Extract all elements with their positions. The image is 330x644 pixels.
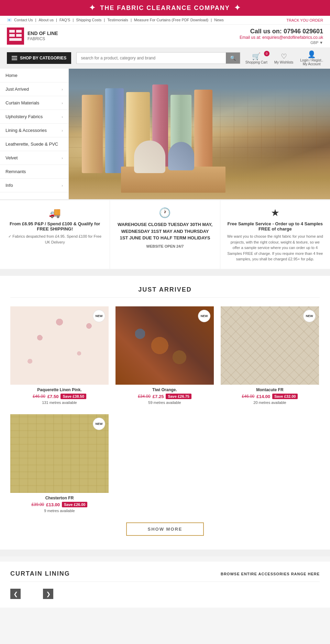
- sidebar-item-home[interactable]: Home: [0, 69, 68, 82]
- contact-info: Call us on: 07946 029601 Email us at: en…: [240, 28, 323, 45]
- strip-title-shipping: From £6.95 P&P / Spend £100 & Qualify fo…: [7, 221, 103, 231]
- price-save-2: Save £32.00: [272, 394, 298, 399]
- price-sale-2: £14.00: [256, 394, 270, 399]
- sidebar-item-just-arrived[interactable]: Just Arrived ›: [0, 82, 68, 96]
- sidebar-item-info[interactable]: Info ›: [0, 179, 68, 192]
- logo-icon: [7, 27, 24, 45]
- browse-accessories-link[interactable]: BROWSE ENTIRE ACCESSORIES RANGE HERE: [221, 572, 320, 576]
- product-card-0[interactable]: NEW Paquerette Linen Pink. £46.00 £7.50 …: [10, 306, 109, 408]
- chevron-right-icon: ›: [62, 156, 63, 160]
- banner-icon-right: ✦: [234, 3, 241, 12]
- sidebar-item-velvet[interactable]: Velvet ›: [0, 151, 68, 165]
- product-card-1[interactable]: NEW Tiwi Orange. £34.00 £7.25 Save £26.7…: [116, 306, 214, 408]
- hero-area: [69, 69, 330, 199]
- curtain-lining-section: CURTAIN LINING BROWSE ENTIRE ACCESSORIES…: [0, 562, 330, 608]
- shopping-cart-btn[interactable]: 🛒 0 Shopping Cart: [245, 52, 267, 64]
- header-main: END OF LINE FABRICS Call us on: 07946 02…: [0, 25, 330, 47]
- price-original-2: £46.00: [242, 394, 255, 399]
- nav-about[interactable]: About us: [38, 18, 53, 22]
- star-icon: ★: [227, 207, 323, 218]
- carousel-next-button[interactable]: ❯: [43, 589, 53, 599]
- search-input[interactable]: [77, 53, 226, 64]
- price-save-3: Save £26.00: [62, 502, 87, 507]
- wishlist-label: My Wishlists: [274, 60, 294, 64]
- cart-badge: 0: [264, 51, 270, 56]
- nav-measure[interactable]: Measure For Curtains (Free PDF Download): [134, 18, 208, 22]
- sidebar-item-lining[interactable]: Lining & Accessories ›: [0, 124, 68, 137]
- nav-news[interactable]: News: [214, 18, 224, 22]
- cart-label: Shopping Cart: [245, 60, 267, 64]
- show-more-button[interactable]: SHOW MORE: [126, 522, 204, 536]
- svg-rect-3: [16, 34, 22, 37]
- new-badge-2: NEW: [303, 310, 316, 322]
- account-label: Login / Regist..: [300, 58, 323, 62]
- product-name-2: Montacute FR: [221, 387, 319, 392]
- cart-icon: 🛒: [252, 52, 261, 60]
- heart-icon: ♡: [281, 52, 287, 60]
- price-original-1: £34.00: [138, 394, 151, 399]
- top-banner: ✦ THE FABRIC CLEARANCE COMPANY ✦: [0, 0, 330, 16]
- account-btn[interactable]: 👤 Login / Regist.. My Account: [300, 50, 323, 66]
- product-pricing-0: £46.00 £7.50 Save £38.50: [10, 394, 109, 399]
- product-img-wrap-1: NEW: [116, 306, 214, 385]
- chevron-right-icon: ›: [62, 87, 63, 91]
- nav-faq[interactable]: FAQ'S: [59, 18, 70, 22]
- nav-contact[interactable]: Contact Us: [14, 18, 33, 22]
- search-button[interactable]: 🔍: [226, 53, 240, 64]
- chevron-right-icon: ›: [62, 128, 63, 133]
- shop-by-label: SHOP BY CATEGORIES: [20, 56, 66, 60]
- info-strips: 🚚 From £6.95 P&P / Spend £100 & Qualify …: [0, 199, 330, 269]
- sidebar-item-curtain-materials[interactable]: Curtain Materials ›: [0, 96, 68, 110]
- sidebar-label: Curtain Materials: [6, 100, 39, 105]
- sidebar-label: Just Arrived: [6, 87, 29, 92]
- price-original-0: £46.00: [33, 394, 45, 399]
- warehouse-title: WAREHOUSE CLOSED TUESDAY 30TH MAY, WEDNE…: [117, 221, 213, 241]
- email-address: Email us at: enquiries@endoflinefabrics.…: [240, 35, 323, 40]
- sidebar-label: Upholstery Fabrics: [6, 114, 43, 119]
- svg-rect-2: [9, 34, 15, 37]
- nav-icon: 📧: [7, 18, 12, 22]
- nav-shipping[interactable]: Shipping Costs: [76, 18, 101, 22]
- price-sale-0: £7.50: [47, 394, 59, 399]
- logo-text: END OF LINE FABRICS: [28, 30, 58, 42]
- product-img-wrap-2: NEW: [221, 306, 319, 385]
- search-cart-bar: SHOP BY CATEGORIES 🔍 🛒 0 Shopping Cart ♡…: [0, 47, 330, 69]
- truck-icon: 🚚: [7, 207, 103, 218]
- strip-title-samples: Free Sample Service - Order up to 4 Samp…: [227, 221, 323, 231]
- product-card-3[interactable]: NEW Chesterton FR £39.00 £13.00 Save £26…: [10, 414, 109, 516]
- show-more-wrap: SHOW MORE: [10, 522, 320, 536]
- new-badge-0: NEW: [93, 310, 105, 322]
- section-separator: [0, 269, 330, 276]
- cart-area: 🛒 0 Shopping Cart ♡ My Wishlists 👤 Login…: [245, 50, 323, 66]
- sidebar-label: Velvet: [6, 155, 18, 160]
- sidebar-item-remnants[interactable]: Remnants: [0, 165, 68, 179]
- nav-testimonials[interactable]: Testimonials: [107, 18, 128, 22]
- product-name-1: Tiwi Orange.: [116, 387, 214, 392]
- header-top-nav: 📧 Contact Us | About us | FAQ'S | Shippi…: [0, 16, 330, 25]
- product-name-3: Chesterton FR: [10, 496, 109, 500]
- logo-area[interactable]: END OF LINE FABRICS: [7, 27, 58, 45]
- carousel-prev-button[interactable]: ❮: [10, 589, 21, 599]
- main-layout: Home Just Arrived › Curtain Materials › …: [0, 69, 330, 199]
- sidebar-item-leatherette[interactable]: Leatherette, Suede & PVC: [0, 137, 68, 151]
- currency-selector[interactable]: GBP ▼: [240, 41, 323, 45]
- banner-icon-left: ✦: [89, 3, 96, 12]
- website-open-text: WEBSITE OPEN 24/7: [117, 244, 213, 249]
- account-sub-label: My Account: [303, 62, 321, 66]
- stock-info-3: 9 metres available: [10, 509, 109, 513]
- strip-text-shipping: ✓ Fabrics despatched from £4.95. Spend £…: [7, 234, 103, 245]
- hero-image: [69, 69, 330, 199]
- product-card-2[interactable]: NEW Montacute FR £46.00 £14.00 Save £32.…: [221, 306, 319, 408]
- wishlist-btn[interactable]: ♡ My Wishlists: [274, 52, 294, 64]
- product-pricing-1: £34.00 £7.25 Save £26.75: [116, 394, 214, 399]
- section-separator-2: [0, 550, 330, 556]
- product-pricing-3: £39.00 £13.00 Save £26.00: [10, 502, 109, 507]
- info-strip-samples: ★ Free Sample Service - Order up to 4 Sa…: [220, 200, 330, 269]
- track-order-link[interactable]: TRACK YOU ORDER: [286, 18, 323, 22]
- price-original-3: £39.00: [32, 502, 44, 507]
- shop-by-categories-btn[interactable]: SHOP BY CATEGORIES: [7, 52, 71, 64]
- chevron-right-icon: ›: [62, 183, 63, 188]
- info-strip-shipping: 🚚 From £6.95 P&P / Spend £100 & Qualify …: [0, 200, 110, 269]
- sidebar-item-upholstery[interactable]: Upholstery Fabrics ›: [0, 110, 68, 124]
- stock-info-2: 20 metres available: [221, 400, 319, 405]
